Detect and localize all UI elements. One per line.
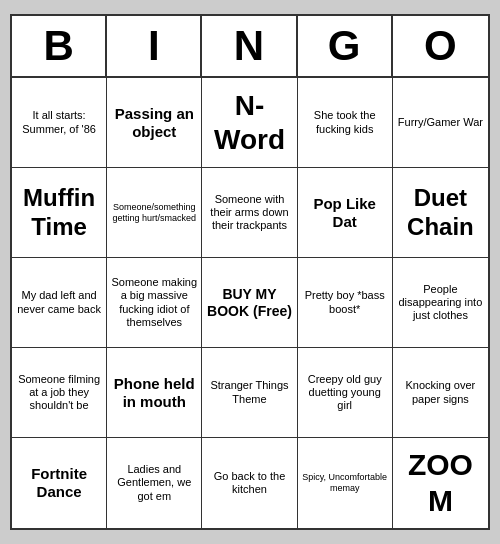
bingo-cell-5: Muffin Time bbox=[12, 168, 107, 258]
bingo-cell-10: My dad left and never came back bbox=[12, 258, 107, 348]
bingo-cell-9: Duet Chain bbox=[393, 168, 488, 258]
bingo-cell-13: Pretty boy *bass boost* bbox=[298, 258, 393, 348]
bingo-cell-7: Someone with their arms down their track… bbox=[202, 168, 297, 258]
bingo-cell-12: BUY MY BOOK (Free) bbox=[202, 258, 297, 348]
bingo-cell-14: People disappearing into just clothes bbox=[393, 258, 488, 348]
bingo-cell-23: Spicy, Uncomfortable memay bbox=[298, 438, 393, 528]
bingo-card: BINGO It all starts: Summer, of '86Passi… bbox=[10, 14, 490, 530]
bingo-cell-11: Someone making a big massive fucking idi… bbox=[107, 258, 202, 348]
bingo-cell-3: She took the fucking kids bbox=[298, 78, 393, 168]
bingo-grid: It all starts: Summer, of '86Passing an … bbox=[12, 78, 488, 528]
bingo-letter-n: N bbox=[202, 16, 297, 76]
bingo-cell-24: ZOOM bbox=[393, 438, 488, 528]
bingo-cell-16: Phone held in mouth bbox=[107, 348, 202, 438]
bingo-cell-17: Stranger Things Theme bbox=[202, 348, 297, 438]
bingo-cell-21: Ladies and Gentlemen, we got em bbox=[107, 438, 202, 528]
bingo-letter-o: O bbox=[393, 16, 488, 76]
bingo-cell-0: It all starts: Summer, of '86 bbox=[12, 78, 107, 168]
bingo-cell-1: Passing an object bbox=[107, 78, 202, 168]
bingo-letter-b: B bbox=[12, 16, 107, 76]
bingo-cell-22: Go back to the kitchen bbox=[202, 438, 297, 528]
bingo-header: BINGO bbox=[12, 16, 488, 78]
bingo-cell-15: Someone filming at a job they shouldn't … bbox=[12, 348, 107, 438]
bingo-cell-19: Knocking over paper signs bbox=[393, 348, 488, 438]
bingo-cell-4: Furry/Gamer War bbox=[393, 78, 488, 168]
bingo-cell-2: N-Word bbox=[202, 78, 297, 168]
bingo-cell-6: Someone/something getting hurt/smacked bbox=[107, 168, 202, 258]
bingo-cell-20: Fortnite Dance bbox=[12, 438, 107, 528]
bingo-cell-8: Pop Like Dat bbox=[298, 168, 393, 258]
bingo-letter-i: I bbox=[107, 16, 202, 76]
bingo-cell-18: Creepy old guy duetting young girl bbox=[298, 348, 393, 438]
bingo-letter-g: G bbox=[298, 16, 393, 76]
